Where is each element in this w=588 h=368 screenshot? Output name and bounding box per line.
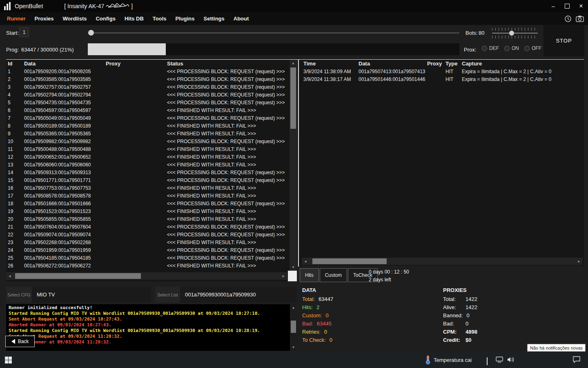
scroll-up-icon[interactable]: ▲: [290, 304, 297, 311]
table-row[interactable]: 7001a79505049:001a79505049<<< PROCESSING…: [6, 114, 288, 122]
scroll-right-icon[interactable]: ►: [575, 258, 583, 265]
hits-hscrollbar[interactable]: ◄ ►: [302, 258, 583, 265]
cell-data: 001a79504735:001a79504735: [22, 99, 104, 107]
table-row[interactable]: 2001a79503585:001a79503585<<< PROCESSING…: [6, 76, 288, 83]
tab-custom[interactable]: Custom: [320, 268, 347, 282]
log-line: Sent Abort Request at 09/03/2024 11:28:3…: [9, 334, 290, 339]
start-input[interactable]: 1: [19, 27, 29, 37]
cell-id: 18: [6, 200, 22, 208]
scroll-right-icon[interactable]: ►: [280, 273, 287, 280]
results-hscroll-thumb[interactable]: [15, 273, 141, 279]
hits-hscroll-thumb[interactable]: [312, 258, 387, 264]
tray-display-icon[interactable]: [496, 357, 503, 364]
menu-item-hits-db[interactable]: Hits DB: [120, 16, 148, 22]
menu-item-plugins[interactable]: Plugins: [171, 16, 199, 22]
notifications-tooltip: Não há notificações novas: [527, 344, 586, 352]
cfg-field[interactable]: MIO TV: [32, 287, 151, 303]
maximize-icon: [565, 4, 570, 9]
table-row[interactable]: 8001a79500189:001a79500189<<< FINISHED W…: [6, 122, 288, 130]
results-vscrollbar[interactable]: ▲ ▼: [290, 60, 297, 271]
scroll-down-icon[interactable]: ▼: [290, 344, 297, 351]
prox-option-off[interactable]: OFF: [524, 45, 541, 51]
prox-option-on[interactable]: ON: [504, 45, 519, 51]
table-row[interactable]: 4001a79502794:001a79502794<<< PROCESSING…: [6, 91, 288, 99]
table-row[interactable]: 19001a79501523:001a79501523<<< FINISHED …: [6, 208, 288, 215]
tab-hits[interactable]: Hits: [300, 268, 319, 282]
table-row[interactable]: 25001a79504185:001a79504185<<< PROCESSIN…: [6, 254, 288, 262]
table-row[interactable]: 1001a79509205:001a79509205<<< PROCESSING…: [6, 68, 288, 76]
table-row[interactable]: 3/9/2024 11:38:17 AM001a79501446:001a795…: [302, 76, 584, 83]
cell-status: <<< PROCESSING BLOCK: REQUEST (request) …: [165, 177, 288, 184]
table-row[interactable]: 18001a79501666:001a79501666<<< PROCESSIN…: [6, 200, 288, 208]
table-row[interactable]: 17001a79508578:001a79508578<<< FINISHED …: [6, 192, 288, 200]
table-row[interactable]: 14001a79509313:001a79509313<<< PROCESSIN…: [6, 169, 288, 177]
camera-icon[interactable]: [576, 16, 584, 22]
maximize-button[interactable]: [560, 0, 574, 12]
prox-option-def[interactable]: DEF: [482, 45, 499, 51]
results-col-id: Id: [6, 60, 22, 68]
menu-item-settings[interactable]: Settings: [199, 16, 229, 22]
volume-icon[interactable]: [507, 357, 515, 364]
cell-proxy: [104, 184, 165, 192]
bots-slider-thumb[interactable]: [509, 31, 514, 36]
bots-slider[interactable]: [492, 28, 538, 38]
table-row[interactable]: 16001a79507753:001a79507753<<< FINISHED …: [6, 184, 288, 192]
close-button[interactable]: ×: [574, 0, 588, 12]
notifications-button[interactable]: [572, 356, 581, 365]
table-row[interactable]: 3001a79502757:001a79502757<<< PROCESSING…: [6, 83, 288, 91]
table-row[interactable]: 3/9/2024 11:38:09 AM001a79507413:001a795…: [302, 68, 584, 76]
scroll-up-icon[interactable]: ▲: [290, 60, 297, 67]
progress-slider-thumb[interactable]: [88, 30, 94, 36]
table-row[interactable]: 15001a79501771:001a79501771<<< PROCESSIN…: [6, 177, 288, 184]
table-row[interactable]: 11001a79500488:001a79500488<<< FINISHED …: [6, 146, 288, 153]
table-row[interactable]: 6001a79504597:001a79504597<<< FINISHED W…: [6, 107, 288, 114]
stat-row: Total:1422: [443, 295, 477, 303]
table-row[interactable]: 20001a79505855:001a79505855<<< FINISHED …: [6, 215, 288, 223]
results-vscroll-thumb[interactable]: [290, 67, 296, 129]
cell-id: 9: [6, 130, 22, 138]
log-vscroll-thumb[interactable]: [291, 321, 296, 333]
progress-slider-track[interactable]: [88, 32, 459, 34]
clock-icon[interactable]: [564, 15, 572, 22]
menu-item-configs[interactable]: Configs: [91, 16, 120, 22]
bots-slider-track[interactable]: [492, 33, 538, 34]
table-row[interactable]: 9001a79505365:001a79505365<<< FINISHED W…: [6, 130, 288, 138]
table-row[interactable]: 12001a79500652:001a79500652<<< FINISHED …: [6, 153, 288, 161]
menu-item-tools[interactable]: Tools: [148, 16, 171, 22]
table-row[interactable]: 24001a79501959:001a79501959<<< PROCESSIN…: [6, 247, 288, 254]
stop-button[interactable]: STOP: [543, 25, 584, 56]
table-row[interactable]: 10001a79509982:001a79509982<<< PROCESSIN…: [6, 138, 288, 146]
table-row[interactable]: 21001a79507604:001a79507604<<< PROCESSIN…: [6, 223, 288, 231]
back-button[interactable]: Back: [5, 336, 35, 347]
cell-id: 20: [6, 215, 22, 223]
table-row[interactable]: 23001a79502268:001a79502268<<< FINISHED …: [6, 239, 288, 247]
minimize-button[interactable]: –: [546, 0, 560, 12]
table-row[interactable]: 13001a79506060:001a79506060<<< FINISHED …: [6, 161, 288, 169]
list-field[interactable]: 001a79509930001a79509930: [180, 287, 297, 303]
results-hscrollbar[interactable]: ◄ ►: [6, 272, 287, 280]
scroll-down-icon[interactable]: ▼: [290, 264, 297, 271]
menu-item-wordlists[interactable]: Wordlists: [58, 16, 91, 22]
select-list-button[interactable]: Select List: [155, 287, 180, 303]
prox-radio-off-icon[interactable]: [524, 46, 530, 51]
scroll-left-icon[interactable]: ◄: [302, 258, 309, 265]
prox-radio-def-icon[interactable]: [482, 46, 487, 51]
cell-proxy: [104, 76, 165, 83]
log-vscrollbar[interactable]: ▲ ▼: [290, 304, 297, 351]
prox-radio-on-icon[interactable]: [504, 46, 510, 51]
stat-row: CPM:4898: [443, 328, 477, 336]
menu-bar: RunnerProxiesWordlistsConfigsHits DBTool…: [0, 12, 588, 25]
weather-widget[interactable]: Temperatura cai: [425, 352, 472, 368]
menu-item-about[interactable]: About: [229, 16, 254, 22]
table-row[interactable]: 5001a79504735:001a79504735<<< PROCESSING…: [6, 99, 288, 107]
tray-expand-button[interactable]: [487, 358, 488, 366]
menu-item-runner[interactable]: Runner: [2, 16, 30, 22]
start-menu-button[interactable]: [0, 352, 16, 368]
select-cfg-button[interactable]: Select CFG: [6, 287, 32, 303]
menu-item-proxies[interactable]: Proxies: [30, 16, 58, 22]
table-row[interactable]: 22001a79509074:001a79509074<<< PROCESSIN…: [6, 231, 288, 239]
table-row[interactable]: 26001a79506272:001a79506272<<< FINISHED …: [6, 262, 288, 270]
cell-data: 001a79509982:001a79509982: [22, 138, 104, 146]
scroll-left-icon[interactable]: ◄: [6, 273, 13, 280]
progress-fill: [88, 43, 166, 55]
